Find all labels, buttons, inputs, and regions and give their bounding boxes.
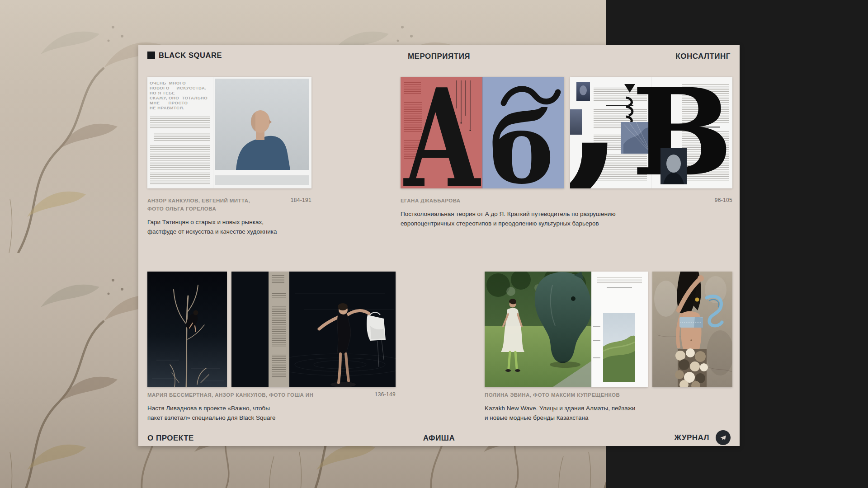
giant-comma: ,: [570, 77, 625, 188]
magazine-spread-letters-a-b[interactable]: А б: [401, 77, 564, 188]
telegram-paper-plane-icon: [719, 434, 727, 441]
article-pages: 96-105: [715, 197, 732, 203]
spread-tatintsyan-art: ОЧЕНЬ МНОГО НОВОГО ИСКУССТВА. НО Я ТЕБЕ …: [147, 77, 311, 188]
nav-link-afisha[interactable]: АФИША: [138, 434, 740, 443]
article-authors: ПОЛИНА ЭВИНА, ФОТО МАКСИМ КУПРЕЩЕНКОВ: [485, 391, 620, 399]
hills-photo: [603, 313, 635, 382]
night-dancer-art: [231, 272, 396, 387]
article-description: Настя Ливаднова в проекте «Важно, чтобы …: [147, 404, 396, 423]
article-pages: 136-149: [375, 391, 396, 398]
svg-text:СКАЖУ, ОНО ТОТАЛЬНО: СКАЖУ, ОНО ТОТАЛЬНО: [150, 95, 208, 100]
article-description: Гари Татинцян о старых и новых рынках, ф…: [147, 218, 311, 237]
svg-text:А: А: [402, 77, 482, 188]
article-description: Постколониальная теория от А до Я. Кратк…: [401, 210, 732, 229]
svg-text:МНЕ ПРОСТО: МНЕ ПРОСТО: [150, 100, 188, 105]
spread-footer-strip: [215, 175, 309, 185]
credits-strip: [269, 272, 289, 387]
spread-letters-art: А б: [401, 77, 564, 188]
portrait-elderly-woman: [660, 148, 687, 184]
article-card-alphabet: А б: [401, 77, 732, 229]
photo-night-dancer-bag[interactable]: [231, 272, 396, 387]
magazine-spread-tatintsyan[interactable]: ОЧЕНЬ МНОГО НОВОГО ИСКУССТВА. НО Я ТЕБЕ …: [147, 77, 311, 188]
portrait-photo-bald-man: [215, 79, 309, 170]
article-pages: 184-191: [291, 197, 311, 203]
article-authors: АНЗОР КАНКУЛОВ, ЕВГЕНИЙ МИТТА, ФОТО ОЛЬГ…: [147, 197, 250, 213]
nav-link-consulting[interactable]: КОНСАЛТИНГ: [675, 52, 731, 61]
body-text-columns: [150, 117, 210, 184]
article-card-livadnova: МАРИЯ БЕССМЕРТНАЯ, АНЗОР КАНКУЛОВ, ФОТО …: [147, 272, 396, 423]
article-description: Kazakh New Wave. Улицы и здания Алматы, …: [485, 404, 732, 423]
nav-link-events[interactable]: МЕРОПРИЯТИЯ: [138, 52, 740, 61]
photo-park-horse-sculpture[interactable]: [485, 272, 648, 387]
main-panel: BLACK SQUARE МЕРОПРИЯТИЯ КОНСАЛТИНГ ОЧЕН…: [138, 45, 740, 446]
park-spread-art: [485, 272, 648, 387]
giant-letter-b: б: [489, 89, 558, 188]
telegram-button[interactable]: [716, 430, 731, 445]
page: BLACK SQUARE МЕРОПРИЯТИЯ КОНСАЛТИНГ ОЧЕН…: [0, 0, 868, 488]
nav-link-journal[interactable]: ЖУРНАЛ: [675, 433, 709, 442]
article-authors: МАРИЯ БЕССМЕРТНАЯ, АНЗОР КАНКУЛОВ, ФОТО …: [147, 391, 313, 399]
article-authors: ЕГАНА ДЖАББАРОВА: [401, 197, 461, 205]
footer-journal-group: ЖУРНАЛ: [675, 430, 731, 445]
spread-letter-v-art: , В: [570, 77, 732, 188]
wall-fashion-art: [652, 272, 732, 387]
photo-wall-fashion[interactable]: [652, 272, 732, 387]
giant-letter-a: А: [402, 77, 482, 188]
svg-text:б: б: [489, 91, 554, 188]
article-card-kazakh-new-wave: ПОЛИНА ЭВИНА, ФОТО МАКСИМ КУПРЕЩЕНКОВ Ka…: [485, 272, 732, 423]
svg-text:ОЧЕНЬ МНОГО: ОЧЕНЬ МНОГО: [150, 80, 186, 85]
magazine-spread-letter-v[interactable]: , В: [570, 77, 732, 188]
night-tree-art: [147, 272, 227, 387]
photo-night-tree[interactable]: [147, 272, 227, 387]
article-card-tatintsyan: ОЧЕНЬ МНОГО НОВОГО ИСКУССТВА. НО Я ТЕБЕ …: [147, 77, 311, 236]
svg-text:НОВОГО ИСКУССТВА.: НОВОГО ИСКУССТВА.: [150, 85, 206, 90]
svg-text:НЕ НРАВИТСЯ.: НЕ НРАВИТСЯ.: [150, 105, 184, 110]
svg-text:НО Я ТЕБЕ: НО Я ТЕБЕ: [150, 90, 175, 95]
